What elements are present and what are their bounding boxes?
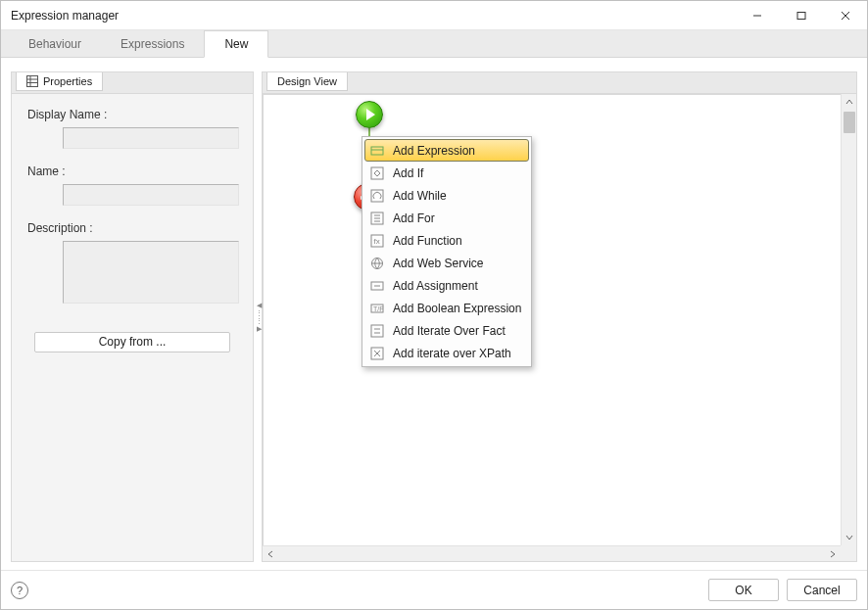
- design-canvas-wrap: Add Expression Add If Add While Add: [263, 94, 856, 561]
- scroll-right-arrow-icon[interactable]: [825, 546, 841, 562]
- ctx-add-boolean-expression[interactable]: T/F Add Boolean Expression: [364, 297, 529, 319]
- properties-panel-header: Properties: [12, 72, 253, 94]
- iterate-xpath-icon: [369, 346, 385, 361]
- while-icon: [369, 188, 385, 204]
- ctx-label: Add For: [393, 211, 435, 225]
- description-field-group: Description :: [22, 221, 243, 306]
- content-area: Properties Display Name : Name : Descrip…: [1, 58, 867, 570]
- design-view-panel-header: Design View: [263, 72, 856, 94]
- help-button[interactable]: ?: [11, 582, 28, 599]
- scroll-left-arrow-icon[interactable]: [263, 546, 278, 562]
- main-tabstrip: Behaviour Expressions New: [1, 30, 867, 58]
- name-label: Name :: [27, 164, 243, 178]
- minimize-button[interactable]: [735, 1, 779, 29]
- ctx-label: Add Function: [393, 234, 462, 248]
- boolean-icon: T/F: [369, 301, 385, 316]
- ctx-add-for[interactable]: Add For: [364, 207, 529, 229]
- svg-text:fx: fx: [374, 237, 380, 246]
- copy-from-button[interactable]: Copy from ...: [34, 332, 230, 352]
- ctx-add-while[interactable]: Add While: [364, 184, 529, 207]
- maximize-button[interactable]: [779, 1, 823, 29]
- ctx-add-assignment[interactable]: Add Assignment: [364, 274, 529, 297]
- svg-rect-10: [371, 167, 383, 179]
- dialog-expression-manager: Expression manager Behaviour Expressions…: [0, 0, 868, 610]
- display-name-input[interactable]: [63, 127, 239, 149]
- svg-rect-8: [371, 147, 383, 155]
- ctx-label: Add Web Service: [393, 257, 484, 270]
- horizontal-scrollbar[interactable]: [263, 545, 841, 561]
- ctx-label: Add Expression: [393, 144, 475, 158]
- design-view-panel: ◀⋮⋮▶ Design View Add Expression: [262, 71, 857, 562]
- if-icon: [369, 165, 385, 181]
- ctx-label: Add Boolean Expression: [393, 302, 521, 315]
- ctx-add-iterate-over-fact[interactable]: Add Iterate Over Fact: [364, 319, 529, 342]
- design-view-panel-tab[interactable]: Design View: [266, 72, 348, 91]
- window-controls: [735, 1, 867, 29]
- name-input[interactable]: [63, 184, 239, 206]
- ctx-label: Add Iterate Over Fact: [393, 324, 506, 338]
- dialog-footer: ? OK Cancel: [1, 570, 867, 609]
- title-bar: Expression manager: [1, 1, 867, 30]
- design-canvas[interactable]: Add Expression Add If Add While Add: [263, 94, 856, 561]
- svg-text:T/F: T/F: [373, 305, 384, 312]
- ctx-label: Add While: [393, 189, 447, 203]
- properties-panel-title: Properties: [43, 75, 92, 87]
- design-view-panel-title: Design View: [277, 75, 337, 87]
- scroll-down-arrow-icon[interactable]: [842, 530, 857, 545]
- horizontal-scroll-track[interactable]: [280, 548, 823, 559]
- properties-panel: Properties Display Name : Name : Descrip…: [11, 71, 254, 562]
- ctx-label: Add If: [393, 166, 423, 180]
- ok-button[interactable]: OK: [708, 579, 779, 601]
- ctx-add-iterate-over-xpath[interactable]: Add iterate over XPath: [364, 342, 529, 364]
- iterate-fact-icon: [369, 323, 385, 339]
- scroll-up-arrow-icon[interactable]: [842, 94, 857, 110]
- description-label: Description :: [27, 221, 243, 235]
- ctx-label: Add iterate over XPath: [393, 347, 511, 360]
- ctx-label: Add Assignment: [393, 279, 478, 293]
- splitter-handle[interactable]: ◀⋮⋮▶: [256, 298, 263, 337]
- properties-panel-tab[interactable]: Properties: [16, 72, 103, 91]
- assignment-icon: [369, 278, 385, 294]
- tab-expressions[interactable]: Expressions: [101, 31, 204, 57]
- footer-actions: OK Cancel: [708, 579, 857, 601]
- function-icon: fx: [369, 233, 385, 249]
- context-menu: Add Expression Add If Add While Add: [362, 136, 532, 367]
- ctx-add-web-service[interactable]: Add Web Service: [364, 252, 529, 274]
- name-field-group: Name :: [22, 164, 243, 206]
- window-title: Expression manager: [11, 9, 119, 23]
- ctx-add-function[interactable]: fx Add Function: [364, 229, 529, 252]
- start-node-icon[interactable]: [356, 101, 383, 128]
- ctx-add-expression[interactable]: Add Expression: [364, 139, 529, 162]
- svg-rect-24: [371, 325, 383, 337]
- display-name-label: Display Name :: [27, 108, 243, 121]
- properties-panel-body: Display Name : Name : Description : Copy…: [12, 94, 253, 561]
- display-name-field-group: Display Name :: [22, 108, 243, 149]
- scroll-corner: [841, 545, 856, 561]
- web-service-icon: [369, 256, 385, 271]
- svg-rect-4: [27, 76, 38, 87]
- for-icon: [369, 211, 385, 226]
- vertical-scrollbar[interactable]: [841, 94, 856, 545]
- ctx-add-if[interactable]: Add If: [364, 162, 529, 184]
- close-button[interactable]: [823, 1, 867, 29]
- tab-behaviour[interactable]: Behaviour: [9, 31, 101, 57]
- properties-icon: [26, 75, 38, 87]
- vertical-scroll-thumb[interactable]: [844, 112, 855, 133]
- tab-new[interactable]: New: [204, 30, 268, 58]
- expression-icon: [369, 143, 385, 159]
- help-icon: ?: [17, 585, 23, 596]
- cancel-button[interactable]: Cancel: [787, 579, 857, 601]
- svg-rect-1: [797, 12, 805, 19]
- description-input[interactable]: [63, 241, 239, 304]
